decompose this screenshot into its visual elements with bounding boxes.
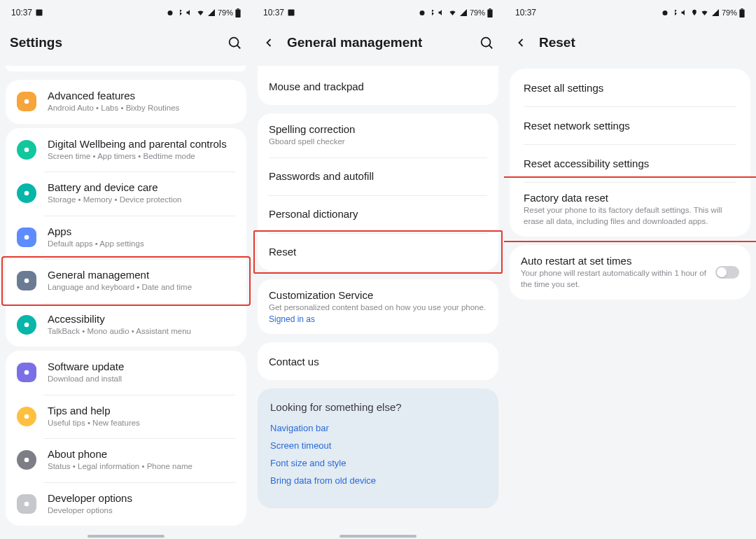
- wifi-icon: [700, 8, 709, 17]
- reset-card: Reset all settingsReset network settings…: [510, 69, 750, 237]
- item-sub: Gboard spell checker: [269, 136, 487, 148]
- bluetooth-icon: [428, 8, 435, 17]
- status-bar: 10:37 79%: [252, 4, 504, 21]
- battery-pct: 79%: [218, 8, 233, 17]
- settings-item[interactable]: About phoneStatus • Legal information • …: [6, 438, 246, 482]
- alarm-icon: [418, 8, 426, 17]
- panel-link[interactable]: Font size and style: [270, 458, 486, 468]
- gm-item[interactable]: Spelling correctionGboard spell checker: [258, 113, 498, 158]
- nav-pill: [88, 535, 164, 538]
- status-bar: 10:37 79%: [0, 4, 252, 21]
- chevron-left-icon: [514, 36, 528, 50]
- settings-item[interactable]: Advanced featuresAndroid Auto • Labs • B…: [6, 80, 246, 124]
- settings-card: Digital Wellbeing and parental controlsS…: [6, 128, 246, 347]
- item-sub: Download and install: [48, 374, 235, 385]
- customization-service-item[interactable]: Customization Service Get personalized c…: [258, 279, 498, 335]
- settings-item[interactable]: AccessibilityTalkBack • Mono audio • Ass…: [6, 303, 246, 347]
- svg-rect-23: [739, 9, 744, 18]
- svg-point-17: [419, 10, 424, 15]
- item-title: Battery and device care: [48, 181, 235, 193]
- item-title: Software update: [48, 360, 235, 372]
- item-title: Advanced features: [48, 90, 235, 102]
- back-button[interactable]: [514, 36, 528, 50]
- item-sub: TalkBack • Mono audio • Assistant menu: [48, 326, 235, 337]
- settings-item[interactable]: Tips and helpUseful tips • New features: [6, 395, 246, 439]
- item-title: Tips and help: [48, 405, 235, 416]
- general-mgmt-header: General management: [252, 25, 504, 60]
- mute-icon: [680, 8, 689, 17]
- screen-reset: 10:37 79% Reset Reset all settingsReset …: [504, 0, 756, 539]
- devopts-icon: [17, 494, 36, 514]
- item-title: Factory data reset: [524, 192, 736, 204]
- svg-rect-18: [487, 9, 492, 18]
- card-edge: [6, 66, 246, 71]
- back-button[interactable]: [262, 36, 276, 50]
- item-title: General management: [48, 269, 235, 281]
- update-icon: [17, 363, 36, 382]
- item-title: About phone: [48, 448, 235, 460]
- auto-restart-toggle[interactable]: [715, 266, 739, 279]
- gm-card-customization: Customization Service Get personalized c…: [258, 279, 498, 335]
- gm-card-contact: Contact us: [258, 342, 498, 380]
- settings-item[interactable]: Software updateDownload and install: [6, 351, 246, 395]
- item-title: Auto restart at set times: [521, 255, 708, 267]
- svg-point-8: [24, 191, 29, 196]
- search-button[interactable]: [227, 35, 242, 50]
- settings-item[interactable]: Digital Wellbeing and parental controlsS…: [6, 128, 246, 172]
- svg-point-22: [662, 10, 667, 15]
- panel-link[interactable]: Navigation bar: [270, 423, 486, 433]
- item-sub: Default apps • App settings: [48, 239, 235, 250]
- reset-header: Reset: [504, 25, 756, 60]
- status-time: 10:37: [263, 8, 284, 18]
- status-icons: 79%: [166, 8, 241, 18]
- signal-icon: [711, 8, 720, 17]
- auto-restart-card: Auto restart at set times Your phone wil…: [510, 245, 750, 300]
- contact-us-item[interactable]: Contact us: [258, 342, 498, 380]
- nav-pill: [340, 535, 416, 538]
- gm-item[interactable]: Passwords and autofill: [258, 158, 498, 195]
- panel-link[interactable]: Bring data from old device: [270, 475, 486, 486]
- reset-item[interactable]: Reset accessibility settings: [510, 144, 750, 182]
- gm-item[interactable]: Personal dictionary: [258, 195, 498, 233]
- chevron-left-icon: [262, 36, 276, 50]
- signal-icon: [459, 8, 468, 17]
- auto-restart-item[interactable]: Auto restart at set times Your phone wil…: [510, 245, 750, 300]
- search-button[interactable]: [479, 35, 494, 50]
- settings-item[interactable]: Developer optionsDeveloper options: [6, 482, 246, 526]
- apps-icon: [17, 227, 36, 247]
- settings-item[interactable]: Battery and device careStorage • Memory …: [6, 172, 246, 216]
- item-title: Personal dictionary: [269, 208, 487, 220]
- settings-item[interactable]: General managementLanguage and keyboard …: [6, 259, 246, 303]
- gm-item[interactable]: Reset: [258, 233, 498, 271]
- bluetooth-icon: [176, 8, 183, 17]
- item-title: Reset accessibility settings: [524, 158, 736, 169]
- panel-link[interactable]: Screen timeout: [270, 440, 486, 451]
- panel-title: Looking for something else?: [270, 401, 486, 413]
- alarm-icon: [166, 8, 174, 17]
- settings-item[interactable]: AppsDefault apps • App settings: [6, 216, 246, 260]
- item-sub: Storage • Memory • Device protection: [48, 195, 235, 206]
- about-icon: [17, 450, 36, 470]
- svg-point-15: [24, 502, 29, 507]
- svg-line-21: [489, 46, 493, 49]
- reset-item[interactable]: Reset network settings: [510, 106, 750, 144]
- settings-card: Advanced featuresAndroid Auto • Labs • B…: [6, 80, 246, 124]
- status-icons: 79%: [418, 8, 493, 18]
- item-title: Reset all settings: [524, 82, 736, 94]
- item-title: Reset: [269, 246, 487, 258]
- battery-pct: 79%: [722, 8, 737, 17]
- page-title: Reset: [539, 35, 746, 50]
- item-title: Customization Service: [269, 289, 487, 301]
- signed-in-link[interactable]: Signed in as: [269, 314, 487, 324]
- reset-item[interactable]: Factory data resetReset your phone to it…: [510, 182, 750, 237]
- status-icons: 79%: [661, 8, 745, 18]
- reset-item[interactable]: Reset all settings: [510, 69, 750, 106]
- svg-rect-0: [36, 10, 43, 16]
- gm-item[interactable]: Mouse and trackpad: [258, 67, 498, 105]
- item-sub: Reset your phone to its factory default …: [524, 205, 736, 227]
- location-icon: [691, 8, 698, 17]
- svg-point-20: [482, 38, 491, 47]
- svg-point-6: [24, 99, 29, 104]
- item-sub: Your phone will restart automatically wi…: [521, 268, 708, 290]
- general-icon: [17, 271, 36, 290]
